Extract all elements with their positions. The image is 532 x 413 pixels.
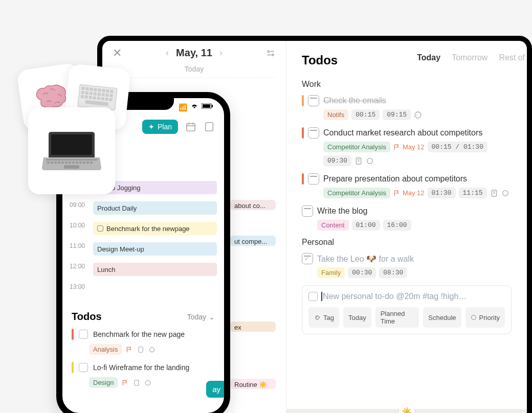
- svg-rect-43: [109, 94, 113, 97]
- chip-time: 01:00: [352, 220, 380, 231]
- svg-rect-17: [187, 124, 195, 131]
- plan-button[interactable]: ✦ Plan: [142, 120, 178, 134]
- event-checkbox[interactable]: [97, 225, 103, 232]
- todos-pane: Todos TodayTomorrowRest of T WorkCheck t…: [286, 41, 527, 413]
- next-day-arrow-icon[interactable]: ›: [219, 48, 223, 58]
- new-todo-placeholder: New personal to-do @20m #tag !high…: [323, 292, 467, 301]
- timeline-event[interactable]: ut compe...: [230, 236, 276, 246]
- phone-todo-item[interactable]: Benchmark for the new page: [72, 329, 215, 340]
- svg-rect-32: [98, 88, 101, 92]
- phone-timeline: Go JoggingProduct DailyBenchmark for the…: [62, 181, 224, 304]
- svg-rect-58: [58, 162, 60, 164]
- close-icon[interactable]: ✕: [113, 47, 122, 60]
- tab-tomorrow[interactable]: Tomorrow: [452, 53, 487, 62]
- timeline-event[interactable]: Routine ☀️: [230, 379, 276, 389]
- note-icon: [490, 189, 498, 197]
- checkbox-icon[interactable]: [308, 292, 318, 301]
- svg-rect-50: [105, 97, 108, 101]
- svg-rect-63: [76, 162, 78, 164]
- tab-rest-of-t[interactable]: Rest of T: [499, 53, 532, 62]
- timeline-event[interactable]: about co...: [230, 200, 276, 210]
- svg-rect-57: [54, 162, 57, 164]
- chip-time: 09:15: [383, 109, 411, 120]
- phone-event[interactable]: Benchmark for the newpage: [93, 222, 217, 235]
- todo-item[interactable]: Check the emailsNotifs00:1509:15: [302, 95, 512, 120]
- floating-button[interactable]: ay: [206, 381, 227, 398]
- svg-point-2: [272, 54, 274, 55]
- calendar-header: ✕ ‹ May, 11 ›: [102, 41, 286, 65]
- todo-item[interactable]: Write the blogContent01:0016:00: [302, 205, 512, 231]
- todo-item[interactable]: Conduct market research about competitor…: [302, 127, 512, 166]
- phone-event[interactable]: Design Meet-up: [93, 242, 217, 256]
- svg-rect-46: [88, 96, 92, 99]
- svg-rect-42: [105, 93, 109, 97]
- svg-rect-24: [135, 380, 139, 385]
- svg-rect-28: [81, 86, 85, 90]
- svg-rect-64: [79, 162, 82, 164]
- calendar-checkbox-icon[interactable]: [308, 95, 319, 106]
- note-icon: [133, 379, 140, 386]
- svg-rect-67: [90, 162, 93, 164]
- settings-icon[interactable]: [265, 48, 276, 58]
- calendar-checkbox-icon[interactable]: [308, 127, 319, 139]
- svg-rect-62: [72, 162, 75, 164]
- signal-icon: 📶: [179, 103, 187, 111]
- chip-time: 00:15: [351, 109, 380, 120]
- quickbtn-today[interactable]: Today: [343, 307, 371, 328]
- chip-comp: Competitor Analysis: [323, 188, 390, 198]
- recur-icon: [414, 111, 422, 119]
- svg-point-11: [502, 190, 508, 196]
- phone-todo-item[interactable]: Lo-fi Wireframe for the landing: [72, 362, 215, 373]
- tab-today[interactable]: Today: [417, 53, 440, 62]
- checkbox-icon[interactable]: [79, 363, 88, 372]
- quickbtn-tag[interactable]: Tag: [308, 307, 339, 328]
- svg-point-12: [316, 316, 317, 317]
- svg-point-23: [150, 347, 154, 352]
- priority-bar: [72, 329, 74, 340]
- svg-rect-35: [110, 89, 114, 93]
- calendar-checkbox-icon[interactable]: [302, 253, 313, 264]
- prev-day-arrow-icon[interactable]: ‹: [166, 48, 169, 58]
- todos-tabs: TodayTomorrowRest of T: [417, 53, 532, 62]
- timeline-event[interactable]: ex: [230, 322, 276, 332]
- quickbtn-planned-time[interactable]: Planned Time: [375, 307, 419, 328]
- svg-rect-49: [101, 97, 104, 100]
- note-icon: [354, 157, 363, 165]
- phone-todos-section: Todos Today⌄ Benchmark for the new pageA…: [62, 304, 224, 402]
- note-icon[interactable]: [204, 121, 215, 132]
- calendar-checkbox-icon[interactable]: [308, 173, 319, 185]
- priority-bar: [302, 95, 304, 106]
- chip-notif: Notifs: [323, 109, 348, 120]
- calendar-checkbox-icon[interactable]: [302, 205, 313, 217]
- phone-hour: 12:00: [70, 263, 93, 283]
- svg-rect-60: [65, 162, 68, 164]
- svg-rect-56: [51, 162, 53, 164]
- chip-family: Family: [317, 267, 345, 278]
- chip-time: 00:30: [348, 267, 376, 278]
- phone-event[interactable]: Product Daily: [93, 201, 217, 215]
- svg-rect-39: [93, 92, 97, 96]
- svg-rect-54: [46, 159, 97, 160]
- phone-hour: 10:00: [70, 222, 93, 242]
- todo-item[interactable]: Take the Leo 🐶 for a walkFamily00:3008:3…: [302, 253, 512, 278]
- todo-title: Conduct market research about competitor…: [323, 128, 482, 137]
- calendar-icon[interactable]: [185, 121, 196, 132]
- new-todo-input[interactable]: New personal to-do @20m #tag !high… TagT…: [302, 285, 512, 334]
- todo-title: Check the emails: [323, 96, 386, 105]
- sun-icon: ☀️: [399, 404, 414, 413]
- chip-time: 08:30: [379, 267, 407, 278]
- priority-bar: [302, 127, 304, 139]
- quickbtn-schedule[interactable]: Schedule: [423, 307, 461, 328]
- quickbtn-priority[interactable]: Priority: [465, 307, 505, 328]
- checkbox-icon[interactable]: [79, 330, 88, 339]
- svg-rect-47: [93, 96, 96, 100]
- svg-rect-33: [102, 88, 105, 92]
- chip: Analysis: [89, 344, 122, 355]
- phone-event[interactable]: Lunch: [93, 263, 217, 276]
- todo-item[interactable]: Prepare presentation about competitorsCo…: [302, 173, 512, 198]
- svg-rect-37: [85, 91, 88, 95]
- phone-todo-title: Lo-fi Wireframe for the landing: [93, 363, 189, 372]
- svg-rect-16: [212, 105, 213, 107]
- phone-todos-filter[interactable]: Today⌄: [187, 313, 215, 321]
- chip-time: 00:15 / 01:30: [428, 142, 487, 152]
